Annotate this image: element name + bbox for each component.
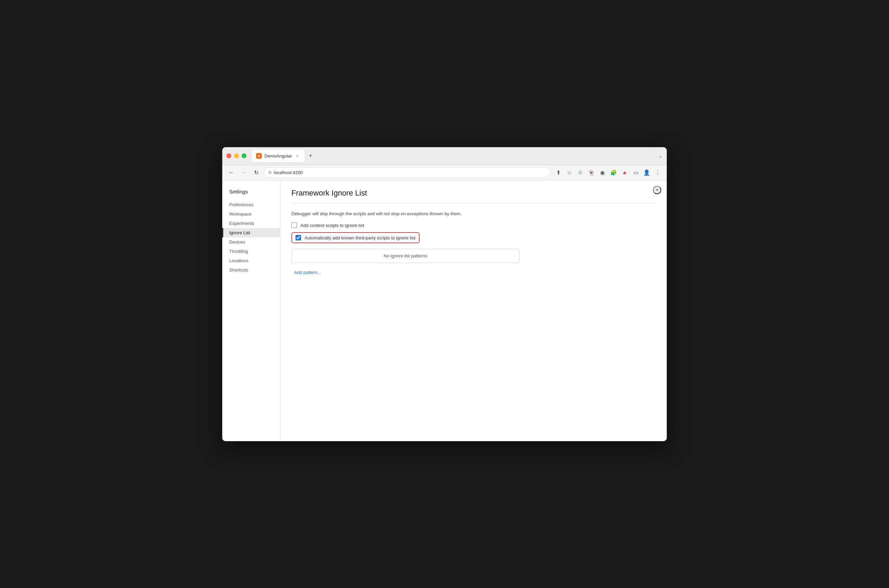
content-area: + − Settings Preferences Workspace Exper… xyxy=(222,180,667,441)
auto-add-scripts-wrapper: Automatically add known third-party scri… xyxy=(291,232,656,243)
auto-add-scripts-option: Automatically add known third-party scri… xyxy=(291,232,420,243)
settings-page-title: Framework Ignore List xyxy=(291,189,656,198)
auto-add-scripts-label: Automatically add known third-party scri… xyxy=(305,235,416,240)
sidebar-item-experiments[interactable]: Experiments xyxy=(222,219,280,228)
sidebar-icon[interactable]: ▭ xyxy=(631,168,640,177)
settings-sidebar-title: Settings xyxy=(222,186,280,200)
patterns-empty-text: No ignore list patterns xyxy=(384,253,427,258)
ghost-icon[interactable]: 👻 xyxy=(587,168,596,177)
address-bar[interactable]: ⊙ localhost:4200 xyxy=(264,167,551,178)
lock-icon: ⊙ xyxy=(268,170,272,175)
new-tab-button[interactable]: + xyxy=(306,151,315,160)
minimize-traffic-light[interactable] xyxy=(234,153,239,158)
nav-actions: ⬆ ☆ ☺ 👻 ◉ 🧩 🔺 ▭ 👤 ⋮ xyxy=(553,168,662,177)
settings-sidebar: Settings Preferences Workspace Experimen… xyxy=(222,180,280,441)
lens-icon[interactable]: ◉ xyxy=(598,168,607,177)
close-traffic-light[interactable] xyxy=(227,153,231,158)
sidebar-item-preferences[interactable]: Preferences xyxy=(222,200,280,209)
address-text: localhost:4200 xyxy=(274,170,303,175)
sidebar-item-shortcuts[interactable]: Shortcuts xyxy=(222,266,280,274)
add-content-scripts-label: Add content scripts to ignore list xyxy=(300,223,364,228)
settings-content: × Framework Ignore List Debugger will sk… xyxy=(280,180,667,441)
settings-dialog: Settings Preferences Workspace Experimen… xyxy=(222,180,667,441)
active-tab[interactable]: A DemoAngular × xyxy=(252,150,305,162)
profile-icon[interactable]: 👤 xyxy=(642,168,652,177)
browser-window: A DemoAngular × + ⌄ ← → ↻ ⊙ xyxy=(222,147,667,441)
maximize-traffic-light[interactable] xyxy=(242,153,246,158)
forward-button[interactable]: → xyxy=(239,168,249,177)
menu-icon[interactable]: ⋮ xyxy=(653,168,662,177)
share-icon[interactable]: ⬆ xyxy=(553,168,563,177)
settings-description: Debugger will skip through the scripts a… xyxy=(291,210,656,217)
sidebar-item-devices[interactable]: Devices xyxy=(222,237,280,247)
back-button[interactable]: ← xyxy=(227,168,236,177)
patterns-box: No ignore list patterns xyxy=(291,249,520,263)
bookmark-icon[interactable]: ☆ xyxy=(565,168,574,177)
window-controls: ⌄ xyxy=(658,153,662,159)
face-icon[interactable]: ☺ xyxy=(575,168,585,177)
settings-close-button[interactable]: × xyxy=(653,186,661,194)
title-bar: A DemoAngular × + ⌄ xyxy=(222,147,667,165)
add-content-scripts-checkbox[interactable] xyxy=(291,222,297,228)
tab-favicon: A xyxy=(256,153,262,159)
sidebar-item-ignore-list[interactable]: Ignore List xyxy=(222,228,280,237)
traffic-lights xyxy=(227,153,246,158)
tab-bar: A DemoAngular × + xyxy=(252,150,658,162)
tab-close-button[interactable]: × xyxy=(295,153,300,159)
sidebar-item-throttling[interactable]: Throttling xyxy=(222,247,280,256)
add-pattern-button[interactable]: Add pattern... xyxy=(291,268,324,276)
add-content-scripts-option: Add content scripts to ignore list xyxy=(291,222,656,228)
puzzle-icon[interactable]: 🧩 xyxy=(609,168,618,177)
sidebar-item-locations[interactable]: Locations xyxy=(222,256,280,266)
devtools-panel: Settings Preferences Workspace Experimen… xyxy=(222,180,667,441)
refresh-button[interactable]: ↻ xyxy=(251,168,261,177)
tab-title: DemoAngular xyxy=(264,153,292,159)
flask-icon[interactable]: 🔺 xyxy=(620,168,629,177)
settings-divider xyxy=(291,203,656,204)
nav-bar: ← → ↻ ⊙ localhost:4200 ⬆ ☆ ☺ 👻 ◉ 🧩 🔺 ▭ 👤… xyxy=(222,165,667,180)
sidebar-item-workspace[interactable]: Workspace xyxy=(222,209,280,219)
auto-add-scripts-checkbox[interactable] xyxy=(296,235,301,240)
window-chevron-icon[interactable]: ⌄ xyxy=(658,153,662,159)
